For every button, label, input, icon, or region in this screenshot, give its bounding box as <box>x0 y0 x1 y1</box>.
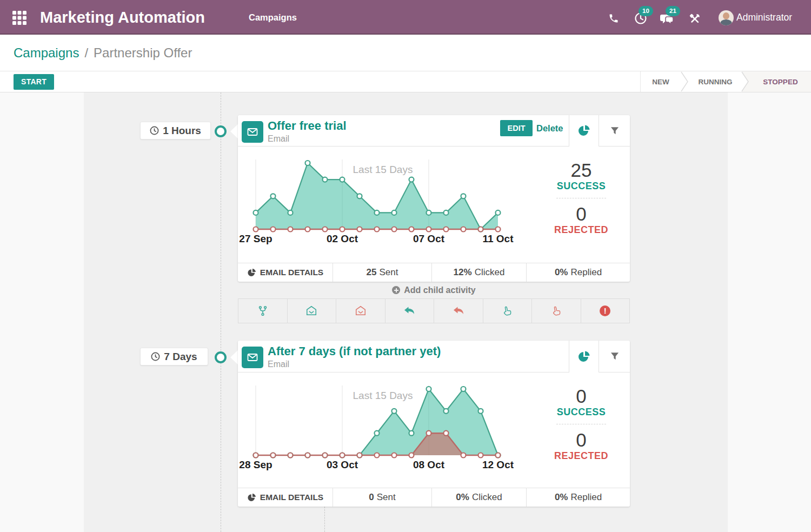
activity-2-delay-label[interactable]: 7 Days <box>140 348 208 365</box>
tools-icon[interactable] <box>689 13 701 25</box>
avatar-head <box>723 12 729 19</box>
timeline-dashed-line <box>221 92 221 532</box>
trigger-click-red[interactable] <box>531 299 581 323</box>
email-type-icon <box>242 121 263 143</box>
pie-chart-icon <box>247 268 256 277</box>
trigger-open-red[interactable] <box>336 299 385 323</box>
chart-x-labels: 27 Sep02 Oct07 Oct11 Oct <box>238 233 533 244</box>
state-new[interactable]: NEW <box>641 71 681 92</box>
success-count: 0 <box>576 386 586 407</box>
pie-chart-tab[interactable] <box>569 341 599 373</box>
email-details-button[interactable]: EMAIL DETAILS <box>238 488 333 507</box>
x-tick-label: 08 Oct <box>407 459 450 471</box>
activity-2-stats: 0 SUCCESS 0 REJECTED <box>533 373 630 461</box>
clicked-stat[interactable]: 0%Clicked <box>431 488 526 507</box>
trigger-reply-teal[interactable] <box>385 299 434 323</box>
child-timeline-dashed-line <box>324 507 325 532</box>
activity-2-delay-text: 7 Days <box>164 351 197 363</box>
sent-stat[interactable]: 0Sent <box>333 488 431 507</box>
trigger-code-fork[interactable] <box>238 299 287 323</box>
edit-button[interactable]: EDIT <box>500 120 533 136</box>
x-tick-label: 02 Oct <box>321 233 364 245</box>
reply-icon <box>452 304 465 317</box>
menu-campaigns[interactable]: Campaigns <box>249 0 297 35</box>
breadcrumb: Campaigns/Partnership Offer <box>14 36 192 70</box>
breadcrumb-separator: / <box>84 45 88 60</box>
filter-icon <box>609 125 620 136</box>
activity-2-type: Email <box>268 360 289 369</box>
rejected-count: 0 <box>576 430 586 450</box>
sent-stat[interactable]: 25Sent <box>333 263 431 282</box>
phone-icon[interactable] <box>608 13 619 24</box>
trigger-reply-red[interactable] <box>434 299 483 323</box>
filter-icon <box>609 351 620 362</box>
activity-2-timeline-node[interactable] <box>215 351 227 363</box>
state-pipeline: NEW RUNNING STOPPED <box>640 71 811 92</box>
activity-card-1: Offer free trial Email EDIT Delete Last … <box>238 115 630 282</box>
trigger-open-teal[interactable] <box>287 299 336 323</box>
stats-divider <box>556 198 606 198</box>
apps-grid-icon[interactable] <box>12 11 26 25</box>
chevron-separator <box>741 71 750 92</box>
activity-1-delay-label[interactable]: 1 Hours <box>140 122 211 139</box>
add-child-activity-button[interactable]: Add child activity <box>238 282 630 298</box>
activity-1-delay-text: 1 Hours <box>163 125 201 137</box>
x-tick-label: 12 Oct <box>476 459 520 471</box>
success-count: 25 <box>571 160 592 181</box>
chevron-separator <box>681 71 689 92</box>
clock-icon <box>150 126 159 135</box>
pie-chart-icon <box>577 124 590 137</box>
x-tick-label: 27 Sep <box>234 233 277 245</box>
hand-pointer-icon <box>549 304 563 318</box>
replied-stat[interactable]: 0%Replied <box>526 488 630 507</box>
reply-icon <box>403 304 416 317</box>
add-child-activity-label: Add child activity <box>404 285 475 295</box>
trigger-bounce-red[interactable]: ! <box>581 299 630 323</box>
pie-chart-icon <box>247 493 256 502</box>
pie-chart-tab[interactable] <box>569 115 599 147</box>
success-label: SUCCESS <box>557 181 606 191</box>
activity-2-title[interactable]: After 7 days (if not partner yet) <box>268 344 441 358</box>
state-running[interactable]: RUNNING <box>689 71 741 92</box>
control-bar: START NEW RUNNING STOPPED <box>0 71 811 92</box>
filter-tab[interactable] <box>599 341 630 373</box>
hand-pointer-icon <box>500 304 514 318</box>
breadcrumb-campaigns[interactable]: Campaigns <box>14 45 79 60</box>
activity-card-2: After 7 days (if not partner yet) Email … <box>238 341 630 507</box>
activities-badge[interactable]: 10 <box>639 6 653 16</box>
filter-tab[interactable] <box>599 115 630 147</box>
chart-x-labels: 28 Sep03 Oct08 Oct12 Oct <box>238 459 533 470</box>
activity-1-timeline-node[interactable] <box>215 125 227 137</box>
chart-period-label: Last 15 Days <box>334 390 431 402</box>
messages-badge[interactable]: 21 <box>666 6 680 16</box>
avatar[interactable] <box>719 10 734 25</box>
envelope-open-icon <box>355 305 367 317</box>
breadcrumb-current: Partnership Offer <box>94 45 192 60</box>
rejected-label: REJECTED <box>554 450 608 461</box>
x-tick-label: 07 Oct <box>407 233 450 245</box>
plus-circle-icon <box>392 286 400 294</box>
email-type-icon <box>242 347 263 368</box>
stats-divider <box>556 424 606 424</box>
delete-button[interactable]: Delete <box>536 120 563 136</box>
rejected-label: REJECTED <box>554 224 608 235</box>
activity-1-stats: 25 SUCCESS 0 REJECTED <box>533 147 630 235</box>
activity-1-type: Email <box>268 134 289 144</box>
x-tick-label: 11 Oct <box>476 233 520 245</box>
avatar-body <box>720 19 732 25</box>
user-menu[interactable]: Administrator <box>736 0 792 35</box>
state-stopped[interactable]: STOPPED <box>750 71 811 92</box>
trigger-click-teal[interactable] <box>483 299 532 323</box>
clock-icon <box>151 352 160 361</box>
start-button[interactable]: START <box>14 74 54 90</box>
replied-stat[interactable]: 0%Replied <box>526 263 630 282</box>
email-details-label: EMAIL DETAILS <box>260 268 323 277</box>
breadcrumb-bar: Campaigns/Partnership Offer <box>0 36 811 71</box>
activity-1-footer: EMAIL DETAILS 25Sent 12%Clicked 0%Replie… <box>238 263 630 282</box>
clicked-stat[interactable]: 12%Clicked <box>431 263 526 282</box>
code-fork-icon <box>257 305 269 317</box>
activity-1-title[interactable]: Offer free trial <box>268 119 347 133</box>
x-tick-label: 28 Sep <box>234 459 277 471</box>
child-trigger-row: ! <box>238 298 630 323</box>
email-details-button[interactable]: EMAIL DETAILS <box>238 263 333 282</box>
